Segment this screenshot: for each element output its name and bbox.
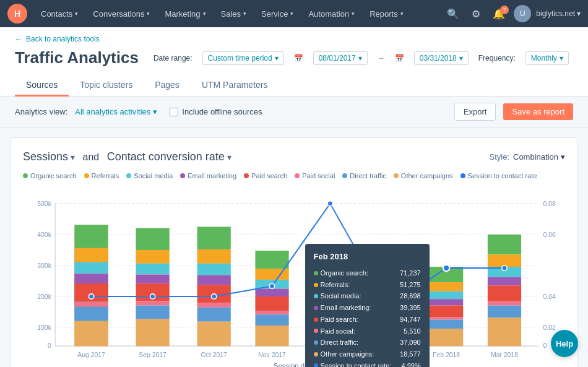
- chevron-down-icon: ▾: [577, 9, 581, 18]
- svg-point-96: [327, 201, 332, 206]
- svg-text:0.08: 0.08: [543, 201, 556, 207]
- svg-point-97: [386, 304, 391, 309]
- tab-utm-parameters[interactable]: UTM Parameters: [191, 75, 279, 97]
- date-from-select[interactable]: 08/01/2017 ▾: [313, 51, 368, 65]
- svg-text:Nov 2017: Nov 2017: [258, 352, 286, 358]
- nav-sales[interactable]: Sales ▾: [215, 7, 253, 21]
- svg-text:400k: 400k: [37, 231, 51, 238]
- svg-rect-62: [313, 306, 347, 311]
- legend-item-other-campaigns: Other campaigns: [394, 172, 453, 179]
- svg-point-93: [150, 294, 155, 299]
- tab-topic-clusters[interactable]: Topic clusters: [69, 75, 144, 97]
- frequency-select[interactable]: Monthly ▾: [525, 51, 569, 65]
- chevron-down-icon: ▾: [400, 11, 404, 17]
- svg-rect-35: [136, 228, 170, 249]
- analytics-view-select[interactable]: All analytics activities ▾: [75, 107, 157, 116]
- chevron-down-icon: ▾: [560, 54, 563, 63]
- tab-sources[interactable]: Sources: [15, 75, 69, 97]
- legend-item-email: Email marketing: [180, 172, 236, 179]
- top-navigation: H Contacts ▾ Conversations ▾ Marketing ▾…: [0, 0, 588, 27]
- nav-automation[interactable]: Automation ▾: [302, 7, 361, 21]
- svg-rect-59: [313, 278, 347, 291]
- tab-pages[interactable]: Pages: [144, 75, 191, 97]
- svg-rect-34: [74, 321, 108, 347]
- help-button[interactable]: Help: [551, 330, 578, 357]
- svg-rect-80: [430, 306, 463, 317]
- legend-dot-paid-social: [295, 173, 300, 178]
- svg-rect-87: [488, 277, 521, 286]
- breadcrumb[interactable]: ← Back to analytics tools: [15, 35, 573, 43]
- chevron-down-icon: ▾: [243, 11, 246, 17]
- main-chart-svg: 500k 400k 300k 200k 100k 0 0.08 0.06 0.0…: [23, 188, 565, 367]
- notifications-button[interactable]: 🔔 7: [489, 6, 509, 22]
- svg-rect-66: [313, 332, 347, 346]
- svg-rect-71: [371, 291, 405, 298]
- metric2-selector[interactable]: Contact conversion rate ▾: [107, 150, 231, 163]
- settings-button[interactable]: ⚙: [468, 6, 484, 22]
- svg-rect-69: [371, 272, 405, 282]
- checkbox-input[interactable]: [170, 108, 178, 116]
- hubspot-logo[interactable]: H: [7, 4, 27, 24]
- svg-rect-27: [74, 225, 108, 248]
- include-offline-checkbox[interactable]: Include offline sources: [170, 107, 262, 116]
- svg-rect-36: [136, 250, 170, 264]
- svg-rect-41: [136, 306, 170, 319]
- svg-rect-83: [430, 329, 463, 346]
- svg-rect-54: [255, 289, 288, 297]
- chevron-down-icon: ▾: [459, 54, 463, 63]
- export-button[interactable]: Export: [454, 103, 496, 121]
- svg-rect-42: [136, 319, 170, 347]
- svg-rect-91: [488, 317, 521, 346]
- user-avatar[interactable]: U: [514, 5, 531, 22]
- nav-reports[interactable]: Reports ▾: [363, 7, 410, 21]
- svg-point-95: [269, 283, 274, 288]
- nav-contacts[interactable]: Contacts ▾: [35, 7, 84, 21]
- svg-rect-78: [430, 291, 463, 300]
- notification-badge: 7: [500, 6, 509, 14]
- svg-rect-75: [371, 325, 405, 346]
- legend-dot-referrals: [84, 173, 89, 178]
- svg-rect-46: [197, 275, 231, 285]
- chart-legend: Organic search Referrals Social media Em…: [23, 172, 565, 179]
- svg-rect-56: [255, 311, 288, 314]
- svg-text:Oct 2017: Oct 2017: [201, 352, 227, 358]
- svg-text:0: 0: [48, 342, 51, 349]
- legend-dot-direct: [342, 173, 347, 178]
- save-report-button[interactable]: Save as report: [503, 103, 573, 120]
- chevron-down-icon: ▾: [153, 107, 157, 116]
- date-separator: →: [378, 54, 385, 63]
- svg-rect-61: [313, 299, 347, 305]
- date-to-select[interactable]: 03/31/2018 ▾: [414, 51, 469, 65]
- svg-text:Sep 2017: Sep 2017: [139, 352, 166, 358]
- svg-text:500k: 500k: [37, 201, 51, 207]
- svg-text:Aug 2017: Aug 2017: [77, 352, 105, 358]
- chart-title-row: Sessions ▾ and Contact conversion rate ▾…: [23, 150, 565, 163]
- svg-rect-89: [488, 301, 521, 305]
- legend-item-organic: Organic search: [23, 172, 77, 179]
- style-select[interactable]: Combination ▾: [513, 152, 565, 162]
- svg-rect-28: [74, 248, 108, 262]
- nav-marketing[interactable]: Marketing ▾: [158, 7, 212, 21]
- svg-text:300k: 300k: [37, 262, 51, 269]
- svg-rect-29: [74, 262, 108, 274]
- metric1-selector[interactable]: Sessions ▾: [23, 150, 75, 163]
- filter-bar: Date range: Custom time period ▾ 📅 08/01…: [153, 51, 569, 65]
- svg-rect-38: [136, 275, 170, 284]
- svg-rect-81: [430, 317, 463, 319]
- nav-conversations[interactable]: Conversations ▾: [87, 7, 156, 21]
- nav-service[interactable]: Service ▾: [255, 7, 300, 21]
- svg-rect-64: [313, 321, 347, 324]
- chevron-down-icon: ▾: [275, 54, 279, 63]
- style-selector: Style: Combination ▾: [489, 152, 565, 162]
- chevron-down-icon: ▾: [203, 11, 206, 17]
- svg-rect-44: [197, 249, 231, 264]
- svg-rect-73: [371, 311, 405, 314]
- search-button[interactable]: 🔍: [443, 6, 463, 22]
- chevron-down-icon: ▾: [290, 11, 293, 17]
- svg-rect-58: [255, 326, 288, 346]
- svg-text:Mar 2018: Mar 2018: [491, 352, 518, 358]
- account-name[interactable]: biglytics.net ▾: [536, 9, 581, 18]
- svg-text:100k: 100k: [37, 324, 51, 331]
- legend-item-referrals: Referrals: [84, 172, 119, 179]
- date-range-select[interactable]: Custom time period ▾: [202, 51, 284, 65]
